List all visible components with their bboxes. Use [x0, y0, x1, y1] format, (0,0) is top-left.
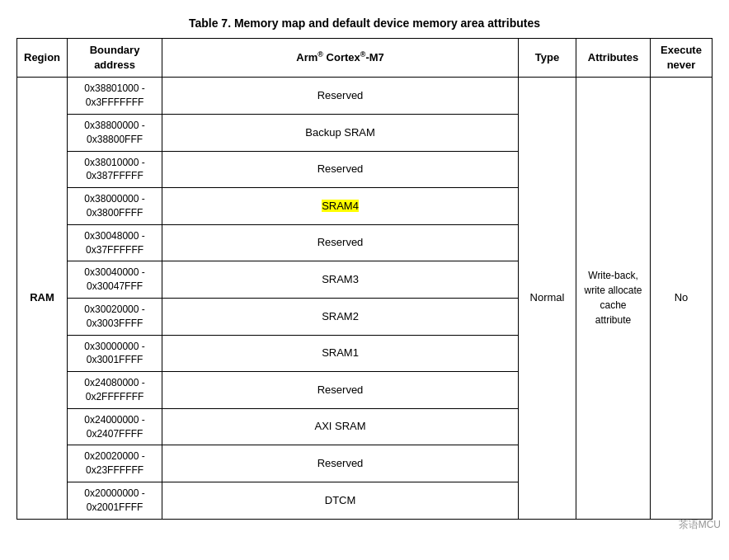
- cortex-cell: Reserved: [162, 445, 519, 482]
- boundary-cell: 0x30040000 - 0x30047FFF: [68, 261, 162, 299]
- cortex-cell: SRAM4: [162, 188, 519, 225]
- cortex-cell: Reserved: [162, 78, 519, 115]
- attributes-cell: Write-back, write allocate cache attribu…: [576, 78, 651, 519]
- execute-never-cell: No: [651, 78, 713, 519]
- boundary-cell: 0x38000000 - 0x3800FFFF: [68, 188, 162, 225]
- boundary-cell: 0x38010000 - 0x387FFFFF: [68, 151, 162, 188]
- boundary-cell: 0x20000000 - 0x2001FFFF: [68, 482, 162, 519]
- cortex-cell: AXI SRAM: [162, 408, 519, 445]
- boundary-cell: 0x30020000 - 0x3003FFFF: [68, 298, 162, 335]
- cortex-cell: Reserved: [162, 372, 519, 409]
- cortex-cell: SRAM1: [162, 335, 519, 372]
- boundary-cell: 0x24080000 - 0x2FFFFFFF: [68, 372, 162, 409]
- cortex-cell: DTCM: [162, 482, 519, 519]
- cortex-cell: SRAM3: [162, 261, 519, 299]
- cortex-cell: Reserved: [162, 151, 519, 188]
- memory-map-table: Region Boundary address Arm® Cortex®-M7 …: [16, 38, 713, 520]
- header-boundary: Boundary address: [68, 39, 162, 78]
- header-execute-never: Execute never: [651, 39, 713, 78]
- cortex-cell: SRAM2: [162, 298, 519, 335]
- header-attributes: Attributes: [576, 39, 651, 78]
- table-title: Table 7. Memory map and default device m…: [16, 16, 713, 30]
- boundary-cell: 0x30000000 - 0x3001FFFF: [68, 335, 162, 372]
- header-region: Region: [17, 39, 68, 78]
- cortex-cell: Backup SRAM: [162, 114, 519, 151]
- boundary-cell: 0x38801000 - 0x3FFFFFFF: [68, 78, 162, 115]
- header-type: Type: [519, 39, 576, 78]
- region-cell: RAM: [17, 78, 68, 519]
- boundary-cell: 0x24000000 - 0x2407FFFF: [68, 408, 162, 445]
- type-cell: Normal: [519, 78, 576, 519]
- boundary-cell: 0x20020000 - 0x23FFFFFF: [68, 445, 162, 482]
- boundary-cell: 0x30048000 - 0x37FFFFFF: [68, 224, 162, 261]
- cortex-cell: Reserved: [162, 224, 519, 261]
- header-cortex: Arm® Cortex®-M7: [162, 39, 519, 78]
- boundary-cell: 0x38800000 - 0x38800FFF: [68, 114, 162, 151]
